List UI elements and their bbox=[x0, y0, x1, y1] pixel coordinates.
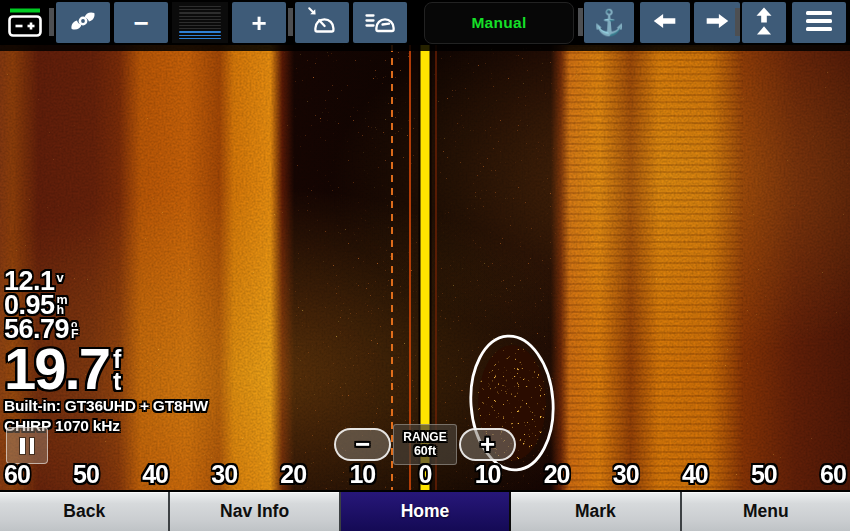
range-display: RANGE 60ft bbox=[393, 424, 457, 465]
battery-charge-bar bbox=[10, 9, 40, 13]
range-minus-button[interactable]: − bbox=[334, 428, 391, 461]
speed-unit: m h bbox=[57, 295, 68, 315]
arrow-right-icon bbox=[702, 6, 732, 40]
mode-status-label: Manual bbox=[471, 14, 526, 32]
sonar-view[interactable]: 12.1 v 0.95 m h 56.79 o F 19.7 bbox=[0, 45, 850, 490]
gain-level-active-bar bbox=[179, 31, 221, 32]
scale-label: 60 bbox=[820, 460, 846, 489]
nav-back-button[interactable]: Back bbox=[0, 492, 170, 531]
zoom-gauge-button[interactable] bbox=[295, 2, 349, 43]
range-control: − RANGE 60ft + bbox=[334, 424, 516, 465]
depth-range-up-button[interactable] bbox=[742, 2, 786, 43]
depth-unit: f t bbox=[113, 348, 121, 392]
toolbar-separator bbox=[735, 8, 740, 36]
gain-plus-button[interactable]: + bbox=[232, 2, 286, 43]
distance-scale: 60 50 40 30 20 10 0 10 20 30 40 50 60 bbox=[0, 460, 850, 489]
battery-status-icon bbox=[7, 7, 45, 42]
nav-mark-button[interactable]: Mark bbox=[511, 492, 681, 531]
nav-home-button[interactable]: Home bbox=[341, 492, 511, 531]
scale-label: 0 bbox=[418, 460, 431, 489]
range-plus-button[interactable]: + bbox=[459, 428, 516, 461]
scale-label: 10 bbox=[475, 460, 501, 489]
hamburger-icon bbox=[805, 10, 833, 36]
garmin-sidevu-sonar-screen: − + bbox=[0, 0, 850, 531]
scale-label: 20 bbox=[280, 460, 306, 489]
scale-label: 50 bbox=[751, 460, 777, 489]
data-overlay: 12.1 v 0.95 m h 56.79 o F 19.7 bbox=[4, 269, 208, 434]
gain-level-active-bar bbox=[179, 35, 221, 36]
gauge-arrow-icon bbox=[306, 5, 338, 41]
plus-icon: + bbox=[251, 10, 266, 36]
scale-label: 60 bbox=[4, 460, 30, 489]
gain-level-meter bbox=[172, 2, 228, 43]
double-up-arrow-icon bbox=[749, 4, 779, 42]
toolbar-separator bbox=[288, 8, 293, 36]
toolbar-separator bbox=[578, 8, 583, 36]
arrow-left-icon bbox=[650, 6, 680, 40]
minus-icon: − bbox=[133, 10, 148, 36]
gauge-speed-icon bbox=[364, 5, 396, 41]
scale-label: 20 bbox=[544, 460, 570, 489]
nav-menu-button[interactable]: Menu bbox=[682, 492, 850, 531]
scroll-speed-button[interactable] bbox=[353, 2, 407, 43]
pause-icon bbox=[30, 438, 35, 454]
toolbar-separator bbox=[49, 8, 54, 36]
menu-button-top[interactable] bbox=[792, 2, 846, 43]
pan-right-button[interactable] bbox=[694, 2, 740, 43]
gain-minus-button[interactable]: − bbox=[114, 2, 168, 43]
scale-label: 10 bbox=[349, 460, 375, 489]
sonar-swoosh-icon bbox=[67, 5, 99, 41]
scale-label: 30 bbox=[613, 460, 639, 489]
top-toolbar: − + bbox=[0, 0, 850, 45]
transducer-label: Built-in: GT36UHD + GT8HW bbox=[4, 398, 208, 414]
anchor-icon: ⚓ bbox=[593, 10, 624, 35]
anchor-button[interactable]: ⚓ bbox=[584, 2, 634, 43]
scale-label: 40 bbox=[142, 460, 168, 489]
scale-label: 50 bbox=[73, 460, 99, 489]
pause-icon bbox=[20, 438, 25, 454]
pause-button[interactable] bbox=[6, 427, 48, 464]
nav-navinfo-button[interactable]: Nav Info bbox=[170, 492, 340, 531]
mode-status[interactable]: Manual bbox=[424, 2, 574, 44]
bottom-nav-bar: Back Nav Info Home Mark Menu bbox=[0, 490, 850, 531]
pan-left-button[interactable] bbox=[640, 2, 690, 43]
range-label: RANGE bbox=[403, 431, 446, 444]
gain-level-active-bar bbox=[179, 38, 221, 39]
scale-label: 40 bbox=[682, 460, 708, 489]
range-value: 60ft bbox=[414, 444, 436, 458]
sonar-gain-button[interactable] bbox=[56, 2, 110, 43]
depth-readout: 19.7 f t bbox=[4, 344, 208, 394]
voltage-unit: v bbox=[57, 271, 64, 284]
scale-label: 30 bbox=[211, 460, 237, 489]
